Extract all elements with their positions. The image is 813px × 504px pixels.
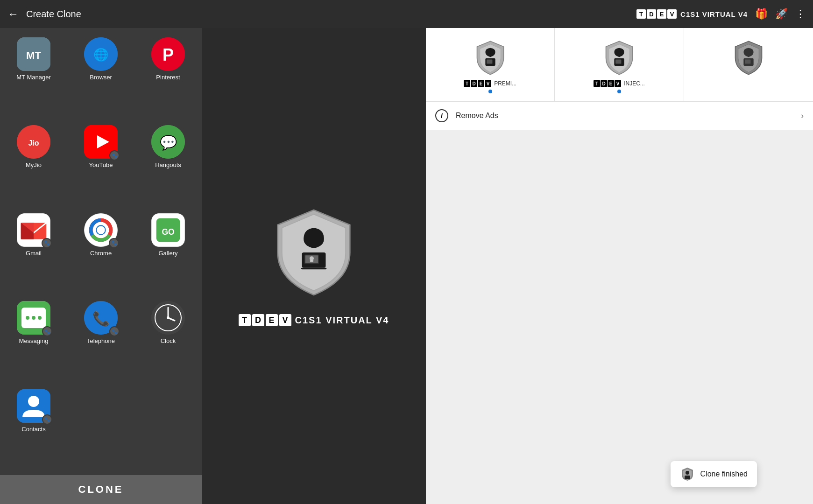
clone-1-label: T D E V PREMI... <box>464 80 516 87</box>
right-empty-area <box>426 130 813 504</box>
svg-point-18 <box>97 226 105 234</box>
main-content: MT MT Manager 🌐 Browser <box>0 28 813 504</box>
app-item-mt-manager[interactable]: MT MT Manager <box>0 32 67 119</box>
gift-icon[interactable]: 🎁 <box>755 8 768 20</box>
toast-shield-icon <box>680 467 695 482</box>
svg-rect-42 <box>301 268 327 270</box>
gmail-clone-badge: 🐾 <box>42 238 52 248</box>
center-letter-e: E <box>266 314 278 326</box>
clone-2-d: D <box>601 80 607 87</box>
header-right-area: T D E V C1S1 VIRTUAL V4 🎁 🚀 ⋮ <box>636 8 806 20</box>
svg-text:📞: 📞 <box>92 310 110 327</box>
toast-text: Clone finished <box>700 470 748 478</box>
app-name-clock: Clock <box>161 337 176 344</box>
clone-1-name: PREMI... <box>494 80 516 87</box>
clone-1-t: T <box>464 80 470 87</box>
browser-icon: 🌐 <box>84 37 118 71</box>
svg-text:MT: MT <box>26 49 41 61</box>
center-letter-t: T <box>239 314 251 326</box>
app-name-gallery: Gallery <box>158 250 177 257</box>
svg-point-24 <box>26 316 29 320</box>
app-name-contacts: Contacts <box>21 426 45 433</box>
clone-button[interactable]: CLONE <box>0 475 202 504</box>
toast-notification: Clone finished <box>671 461 757 487</box>
clones-grid: T D E V PREMI... <box>426 28 813 101</box>
rocket-icon[interactable]: 🚀 <box>775 8 788 20</box>
clone-2-e: E <box>608 80 614 87</box>
gallery-icon: GO <box>152 213 184 247</box>
pinterest-icon: P <box>151 37 185 71</box>
clone-1-tdev: T D E V <box>464 80 491 87</box>
app-item-pinterest[interactable]: P Pinterest <box>134 32 202 119</box>
remove-ads-text: Remove Ads <box>456 112 801 120</box>
center-letter-v: V <box>279 314 291 326</box>
svg-text:GO: GO <box>162 227 174 237</box>
center-brand-badge: T D E V C1S1 VIRTUAL V4 <box>239 314 389 326</box>
clock-icon <box>151 301 185 335</box>
app-name-messaging: Messaging <box>19 337 49 344</box>
app-header: ← Create Clone T D E V C1S1 VIRTUAL V4 🎁… <box>0 0 813 28</box>
clone-1-d: D <box>471 80 477 87</box>
page-title: Create Clone <box>26 9 636 20</box>
info-icon: i <box>435 109 448 122</box>
clone-1-e: E <box>478 80 484 87</box>
brand-letter-e: E <box>657 9 666 19</box>
clone-2-dot <box>617 90 621 93</box>
svg-rect-48 <box>615 60 621 64</box>
app-name-chrome: Chrome <box>90 250 112 257</box>
app-name-pinterest: Pinterest <box>156 74 180 81</box>
app-item-telephone[interactable]: 📞 🐾 Telephone <box>67 295 134 383</box>
app-name-gmail: Gmail <box>26 250 42 257</box>
clone-button-container: CLONE <box>0 475 202 504</box>
myjio-icon: Jio <box>17 125 50 159</box>
app-name-youtube: YouTube <box>89 161 113 168</box>
clone-1-v: V <box>485 80 491 87</box>
svg-point-26 <box>38 316 42 320</box>
app-name-myjio: MyJio <box>26 161 42 168</box>
svg-rect-45 <box>487 60 492 64</box>
clone-2-tdev: T D E V <box>594 80 621 87</box>
svg-text:Jio: Jio <box>28 139 39 147</box>
app-grid: MT MT Manager 🌐 Browser <box>0 28 202 475</box>
app-name-browser: Browser <box>90 74 112 81</box>
left-panel: MT MT Manager 🌐 Browser <box>0 28 202 504</box>
svg-text:P: P <box>163 45 174 64</box>
clone-item-1[interactable]: T D E V PREMI... <box>426 28 555 101</box>
clone-item-2[interactable]: T D E V INJEC... <box>555 28 684 101</box>
clone-2-t: T <box>594 80 600 87</box>
svg-text:🌐: 🌐 <box>93 47 109 62</box>
app-item-myjio[interactable]: Jio MyJio <box>0 119 67 207</box>
app-item-browser[interactable]: 🌐 Browser <box>67 32 134 119</box>
clone-shield-icon-2 <box>601 39 638 77</box>
telephone-clone-badge: 🐾 <box>109 326 120 336</box>
menu-icon[interactable]: ⋮ <box>795 8 806 20</box>
svg-point-33 <box>167 316 170 319</box>
app-item-messaging[interactable]: 🐾 Messaging <box>0 295 67 383</box>
back-button[interactable]: ← <box>7 7 19 21</box>
app-item-hangouts[interactable]: 💬 Hangouts <box>134 119 202 207</box>
contacts-clone-badge: 🐾 <box>42 414 52 425</box>
app-item-clock[interactable]: Clock <box>134 295 202 383</box>
center-overlay: T D E V C1S1 VIRTUAL V4 <box>202 28 426 504</box>
svg-point-35 <box>28 396 39 407</box>
app-name-telephone: Telephone <box>87 337 115 344</box>
app-item-contacts[interactable]: 🐾 Contacts <box>0 384 67 471</box>
svg-point-52 <box>686 471 689 475</box>
app-item-youtube[interactable]: 🐾 YouTube <box>67 119 134 207</box>
clone-item-3[interactable] <box>684 28 813 101</box>
clone-2-v: V <box>615 80 621 87</box>
app-item-gallery[interactable]: GO Gallery <box>134 208 202 295</box>
chrome-clone-badge: 🐾 <box>109 238 119 248</box>
app-name-mt-manager: MT Manager <box>16 74 50 81</box>
clone-1-dot <box>488 90 492 93</box>
app-item-gmail[interactable]: 🐾 Gmail <box>0 208 67 295</box>
center-tdev-letters: T D E V <box>239 314 291 326</box>
mt-manager-icon: MT <box>17 37 50 71</box>
svg-rect-53 <box>685 476 690 479</box>
remove-ads-row[interactable]: i Remove Ads › <box>426 101 813 130</box>
right-panel: T D E V PREMI... <box>426 28 813 504</box>
svg-point-25 <box>32 316 35 320</box>
app-item-chrome[interactable]: 🐾 Chrome <box>67 208 134 295</box>
youtube-clone-badge: 🐾 <box>109 150 120 161</box>
clone-2-label: T D E V INJEC... <box>594 80 645 87</box>
